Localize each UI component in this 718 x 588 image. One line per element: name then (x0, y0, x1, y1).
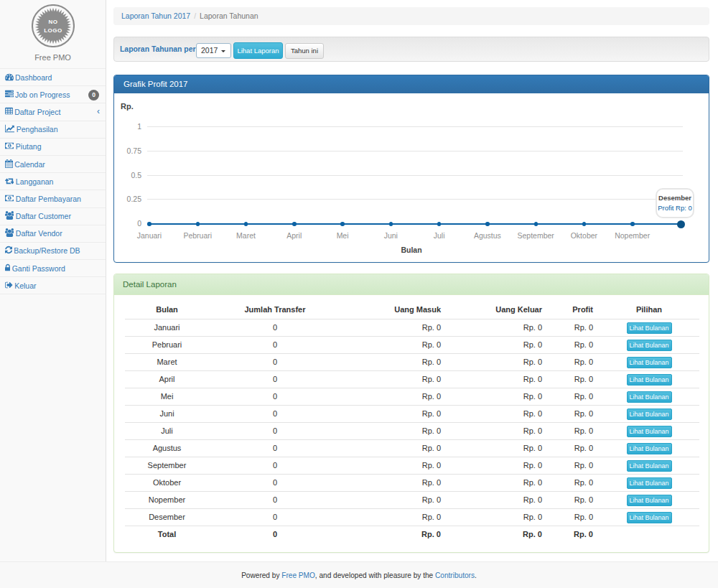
svg-text:LOGO: LOGO (44, 27, 62, 34)
svg-text:NO: NO (49, 19, 58, 25)
